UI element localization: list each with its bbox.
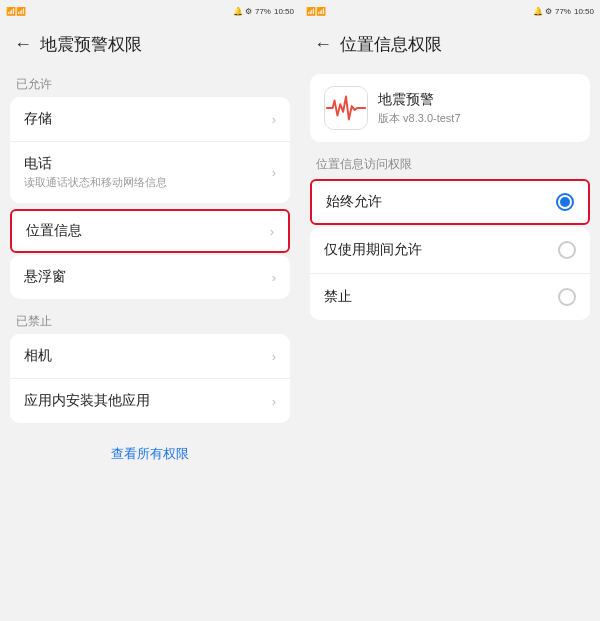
right-header: ← 位置信息权限: [300, 22, 600, 66]
radio-always-allow[interactable]: [556, 193, 574, 211]
time-right: 10:50: [574, 7, 594, 16]
chevron-icon-phone: ›: [272, 165, 276, 180]
status-bar-right: 📶📶 🔔 ⚙ 77% 10:50: [300, 0, 600, 22]
left-header: ← 地震预警权限: [0, 22, 300, 66]
view-all-link[interactable]: 查看所有权限: [0, 427, 300, 473]
allowed-card: 存储 › 电话 读取通话状态和移动网络信息 ›: [10, 97, 290, 203]
deny-label: 禁止: [324, 288, 352, 306]
list-item-location-highlighted[interactable]: 位置信息 ›: [10, 209, 290, 253]
chevron-icon-camera: ›: [272, 349, 276, 364]
option-always-allow-highlighted[interactable]: 始终允许: [310, 179, 590, 225]
status-left: 📶📶: [6, 7, 26, 16]
right-panel: 📶📶 🔔 ⚙ 77% 10:50 ← 位置信息权限 地震预警 版本 v8.3.0…: [300, 0, 600, 621]
disabled-card: 相机 › 应用内安装其他应用 ›: [10, 334, 290, 423]
list-item-install[interactable]: 应用内安装其他应用 ›: [10, 379, 290, 423]
battery-text: 77%: [255, 7, 271, 16]
chevron-icon-location: ›: [270, 224, 274, 239]
time-left: 10:50: [274, 7, 294, 16]
list-item-camera[interactable]: 相机 ›: [10, 334, 290, 379]
install-title: 应用内安装其他应用: [24, 392, 150, 410]
notification-icons: 🔔 ⚙: [233, 7, 252, 16]
option-during-use[interactable]: 仅使用期间允许: [310, 227, 590, 274]
floating-title: 悬浮窗: [24, 268, 66, 286]
status-bar-left: 📶📶 🔔 ⚙ 77% 10:50: [0, 0, 300, 22]
app-version: 版本 v8.3.0-test7: [378, 111, 461, 126]
radio-options-card: 仅使用期间允许 禁止: [310, 227, 590, 320]
right-page-title: 位置信息权限: [340, 33, 442, 56]
radio-dot-selected: [560, 197, 570, 207]
chevron-icon-floating: ›: [272, 270, 276, 285]
allowed-section-label: 已允许: [0, 66, 300, 97]
storage-title: 存储: [24, 110, 52, 128]
status-right-right: 🔔 ⚙ 77% 10:50: [533, 7, 594, 16]
chevron-icon-install: ›: [272, 394, 276, 409]
permission-section-label: 位置信息访问权限: [300, 146, 600, 177]
list-item-phone[interactable]: 电话 读取通话状态和移动网络信息 ›: [10, 142, 290, 203]
status-left-right: 📶📶: [306, 7, 326, 16]
floating-window-card: 悬浮窗 ›: [10, 255, 290, 299]
radio-deny[interactable]: [558, 288, 576, 306]
location-title: 位置信息: [26, 222, 82, 240]
disabled-section-label: 已禁止: [0, 303, 300, 334]
during-use-label: 仅使用期间允许: [324, 241, 422, 259]
left-page-title: 地震预警权限: [40, 33, 142, 56]
radio-during-use[interactable]: [558, 241, 576, 259]
always-allow-label: 始终允许: [326, 193, 382, 211]
list-item-storage[interactable]: 存储 ›: [10, 97, 290, 142]
chevron-icon-storage: ›: [272, 112, 276, 127]
app-icon: [324, 86, 368, 130]
phone-title: 电话: [24, 155, 167, 173]
app-info-card: 地震预警 版本 v8.3.0-test7: [310, 74, 590, 142]
signal-icon: 📶📶: [6, 7, 26, 16]
status-right: 🔔 ⚙ 77% 10:50: [233, 7, 294, 16]
back-button-right[interactable]: ←: [314, 34, 332, 55]
battery-text-right: 77%: [555, 7, 571, 16]
app-name: 地震预警: [378, 91, 461, 109]
back-button-left[interactable]: ←: [14, 34, 32, 55]
option-deny[interactable]: 禁止: [310, 274, 590, 320]
left-panel: 📶📶 🔔 ⚙ 77% 10:50 ← 地震预警权限 已允许 存储 › 电话 读取…: [0, 0, 300, 621]
phone-subtitle: 读取通话状态和移动网络信息: [24, 175, 167, 190]
notification-icons-right: 🔔 ⚙: [533, 7, 552, 16]
list-item-floating[interactable]: 悬浮窗 ›: [10, 255, 290, 299]
signal-icon-right: 📶📶: [306, 7, 326, 16]
camera-title: 相机: [24, 347, 52, 365]
